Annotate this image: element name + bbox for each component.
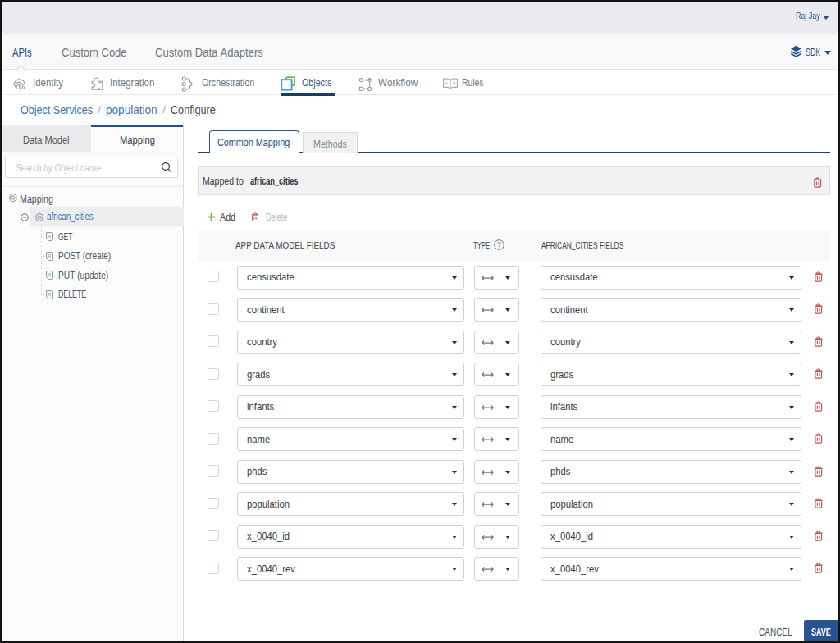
svg-text:?: ? [497,240,501,249]
